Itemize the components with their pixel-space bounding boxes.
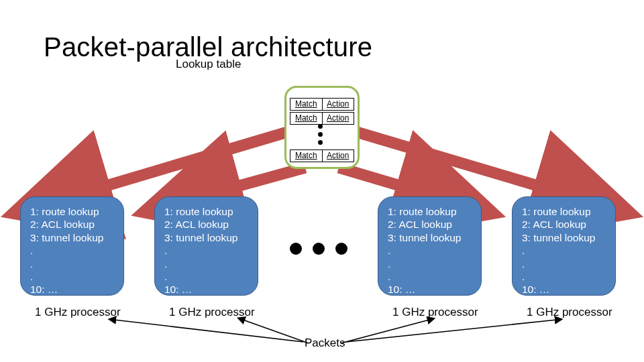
match-cell: Match — [290, 99, 323, 110]
svg-line-9 — [346, 320, 557, 342]
processor-label: 1 GHz processor — [392, 306, 478, 319]
svg-line-3 — [208, 168, 305, 194]
proc-line: 10: … — [388, 283, 472, 296]
action-cell: Action — [323, 99, 354, 110]
proc-line: . — [388, 270, 472, 283]
proc-line: . — [388, 244, 472, 257]
processor-label: 1 GHz processor — [169, 306, 255, 319]
proc-line: . — [388, 257, 472, 270]
match-action-row: Match Action — [290, 112, 354, 125]
svg-line-6 — [114, 320, 303, 342]
proc-line: . — [164, 244, 248, 257]
proc-line: 3: tunnel lookup — [388, 231, 472, 244]
processor-box: 1: route lookup 2: ACL lookup 3: tunnel … — [378, 196, 482, 296]
proc-line: . — [522, 270, 606, 283]
match-cell: Match — [290, 150, 323, 162]
packets-label: Packets — [305, 337, 345, 350]
processor-label: 1 GHz processor — [35, 306, 121, 319]
proc-line: 3: tunnel lookup — [164, 231, 248, 244]
match-action-row: Match Action — [290, 149, 354, 162]
proc-line: 1: route lookup — [30, 205, 114, 218]
svg-line-7 — [243, 320, 309, 343]
vertical-ellipsis-icon — [318, 124, 323, 145]
match-cell: Match — [290, 113, 323, 124]
proc-line: 10: … — [30, 283, 114, 296]
proc-line: . — [522, 257, 606, 270]
proc-line: . — [30, 270, 114, 283]
proc-line: 1: route lookup — [522, 205, 606, 218]
processor-box: 1: route lookup 2: ACL lookup 3: tunnel … — [154, 196, 258, 296]
proc-line: 1: route lookup — [388, 205, 472, 218]
processor-box: 1: route lookup 2: ACL lookup 3: tunnel … — [20, 196, 124, 296]
action-cell: Action — [323, 150, 354, 162]
lookup-table-label: Lookup table — [176, 58, 241, 71]
proc-line: . — [522, 244, 606, 257]
proc-line: 1: route lookup — [164, 205, 248, 218]
proc-line: 2: ACL lookup — [164, 218, 248, 231]
proc-line: 2: ACL lookup — [30, 218, 114, 231]
action-cell: Action — [323, 113, 354, 124]
svg-line-8 — [341, 320, 429, 343]
svg-line-2 — [77, 131, 292, 194]
proc-line: . — [30, 244, 114, 257]
svg-line-5 — [352, 131, 567, 194]
proc-line: 2: ACL lookup — [388, 218, 472, 231]
proc-line: 3: tunnel lookup — [30, 231, 114, 244]
proc-line: 10: … — [522, 283, 606, 296]
proc-line: . — [30, 257, 114, 270]
horizontal-ellipsis-icon — [290, 243, 347, 255]
proc-line: 3: tunnel lookup — [522, 231, 606, 244]
proc-line: . — [164, 270, 248, 283]
proc-line: . — [164, 257, 248, 270]
processor-label: 1 GHz processor — [527, 306, 612, 319]
processor-box: 1: route lookup 2: ACL lookup 3: tunnel … — [512, 196, 616, 296]
svg-line-4 — [339, 168, 429, 194]
proc-line: 2: ACL lookup — [522, 218, 606, 231]
proc-line: 10: … — [164, 283, 248, 296]
match-action-row: Match Action — [290, 98, 354, 111]
